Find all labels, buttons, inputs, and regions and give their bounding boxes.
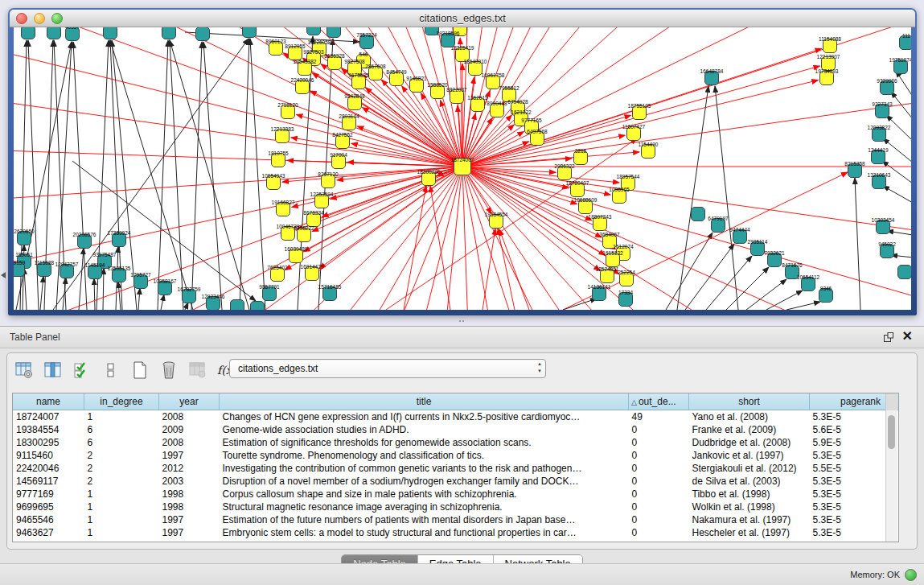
graph-node[interactable]: 2986322 [554, 163, 575, 180]
table-row[interactable]: 1872400712008Changes of HCN gene express… [13, 410, 899, 424]
graph-node[interactable]: 917004 [330, 152, 347, 169]
graph-node[interactable]: 1115688 [35, 260, 55, 277]
graph-node[interactable]: 11607427 [622, 124, 646, 141]
network-canvas[interactable]: 8960123891295518226058982750310543382818… [14, 27, 911, 310]
graph-node[interactable]: 18720407 [566, 180, 589, 197]
graph-node[interactable]: 9227343 [872, 101, 893, 118]
graph-node[interactable]: 8960123 [265, 39, 286, 56]
graph-node[interactable]: 1244419 [868, 147, 889, 164]
graph-node[interactable]: 9346 [819, 286, 833, 303]
graph-node[interactable]: 10654943 [262, 173, 285, 190]
table-row[interactable]: 1938455462009Genome-wide association stu… [13, 423, 899, 436]
graph-node[interactable]: 9242848 [344, 93, 365, 110]
table-row[interactable]: 969969511998Structural magnetic resonanc… [13, 501, 899, 513]
graph-node[interactable]: 8822037 [446, 87, 467, 104]
graph-node[interactable]: 18724007 [451, 157, 474, 175]
graph-node[interactable]: 945022 [878, 241, 896, 258]
graph-node[interactable]: 20691406 [99, 27, 122, 39]
graph-node[interactable]: 13505135 [108, 266, 131, 282]
table-row[interactable]: 946554611997Estimation of the future num… [13, 513, 899, 526]
column-header-title[interactable]: title [220, 393, 629, 410]
graph-node[interactable]: 10543382 [294, 59, 317, 76]
graph-node[interactable]: 10688609 [574, 197, 598, 214]
table-row[interactable]: 2242004622012Investigating the contribut… [13, 462, 899, 475]
graph-node[interactable]: 5498222 [294, 225, 314, 242]
table-row[interactable]: 911546021997Tourette syndrome. Phenomeno… [13, 449, 899, 462]
graph-node[interactable]: 9146821 [406, 76, 427, 93]
graph-node[interactable]: 7857224 [356, 32, 377, 49]
graph-node[interactable] [692, 208, 705, 221]
graph-node[interactable]: 40557 [65, 27, 80, 41]
graph-node[interactable]: 1145194 [85, 262, 105, 279]
graph-node[interactable]: 19751074 [889, 57, 911, 74]
column-header-out_de[interactable]: △out_de... [629, 393, 689, 410]
graph-node[interactable]: 9329966 [877, 78, 897, 95]
graph-node[interactable]: 19734093 [815, 68, 839, 85]
graph-node[interactable]: 8186328 [324, 53, 345, 70]
graph-node[interactable] [231, 300, 244, 311]
graph-node[interactable]: 16039489 [285, 246, 308, 263]
table-row[interactable]: 1830029562008Estimation of significance … [13, 436, 899, 449]
graph-node[interactable]: 16782759 [178, 286, 201, 303]
graph-node[interactable]: 15716485 [318, 284, 342, 301]
table-mode-icon[interactable] [14, 360, 35, 381]
graph-node[interactable]: 9175685 [348, 72, 369, 89]
graph-node[interactable]: 8427552 [332, 132, 353, 149]
select-columns-icon[interactable] [72, 360, 92, 381]
graph-node[interactable]: 18524851 [596, 266, 619, 283]
table-row[interactable]: 977716911998Corpus callosum shape and si… [13, 488, 899, 501]
graph-node[interactable]: 18807243 [589, 214, 612, 231]
table-scrollbar[interactable] [885, 410, 897, 542]
graph-node[interactable]: 8267130 [318, 171, 339, 188]
graph-node[interactable]: 17334 [618, 290, 633, 307]
memory-ok-indicator[interactable] [905, 569, 917, 581]
graph-node[interactable]: 13210643 [868, 172, 891, 189]
graph-node[interactable] [22, 27, 35, 39]
graph-node[interactable]: 20206576 [73, 232, 97, 249]
column-header-year[interactable]: year [159, 393, 220, 410]
graph-node[interactable]: 6479197 [708, 216, 729, 233]
graph-node[interactable]: 1795727 [130, 272, 151, 289]
graph-node[interactable]: 10654112 [797, 274, 820, 291]
column-header-in_degree[interactable]: in_degree [84, 393, 159, 410]
graph-node[interactable]: 8454749 [386, 69, 407, 86]
row-height-icon[interactable] [101, 360, 121, 381]
graph-node[interactable]: 8215358 [844, 161, 865, 178]
graph-node[interactable]: 2803144 [339, 113, 359, 130]
graph-node[interactable]: 10958167 [154, 278, 177, 295]
close-panel-icon[interactable]: ✕ [902, 329, 913, 344]
graph-node[interactable] [898, 266, 912, 279]
graph-node[interactable]: 8990448 [487, 101, 507, 117]
panel-collapse-arrow[interactable] [1, 272, 6, 278]
delete-column-icon[interactable] [158, 360, 179, 381]
graph-node[interactable]: 3216 [574, 148, 588, 165]
graph-node[interactable]: 17359924 [108, 230, 131, 247]
graph-node[interactable]: 1810755 [268, 150, 289, 167]
column-header-short[interactable]: short [689, 393, 810, 410]
graph-node[interactable]: 7625402 [267, 265, 288, 282]
graph-node[interactable]: 8912955 [285, 43, 306, 60]
graph-node[interactable]: 39159 [14, 260, 25, 277]
panel-divider-handle[interactable] [458, 319, 465, 323]
graph-node[interactable]: 12353594 [310, 192, 334, 208]
graph-node[interactable]: 19166827 [272, 200, 295, 216]
graph-node[interactable]: 1096965 [609, 187, 630, 204]
graph-node[interactable]: 2718120 [277, 102, 298, 119]
graph-node[interactable]: 12093822 [868, 125, 891, 142]
delete-table-icon[interactable] [187, 360, 208, 381]
table-selector-dropdown[interactable]: citations_edges.txt ▲▼ [229, 359, 546, 378]
graph-node[interactable]: 14136141 [588, 284, 611, 301]
graph-node[interactable]: 16033809 [322, 27, 346, 38]
scrollbar-thumb[interactable] [888, 415, 895, 449]
graph-node[interactable] [196, 27, 210, 41]
show-columns-icon[interactable] [43, 360, 64, 381]
graph-node[interactable]: 55723 [306, 27, 321, 35]
table-row[interactable]: 1456911722003Disruption of a novel membe… [13, 475, 899, 488]
graph-node[interactable]: 1588520 [427, 82, 448, 99]
graph-node[interactable]: 6497568 [527, 129, 548, 146]
graph-node[interactable]: 9857791 [259, 284, 280, 301]
graph-node[interactable]: 169 [47, 27, 61, 39]
graph-node[interactable]: 252254 [618, 270, 635, 286]
float-panel-icon[interactable] [884, 332, 893, 342]
graph-node[interactable] [251, 302, 265, 311]
